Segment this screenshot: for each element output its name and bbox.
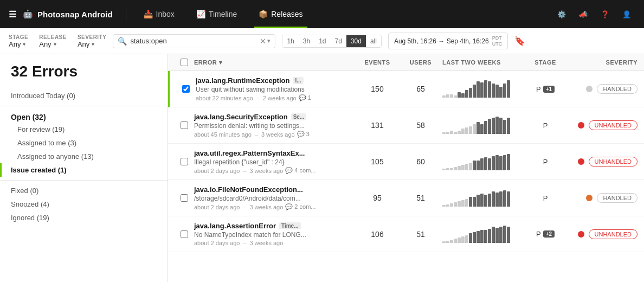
filter-bar: STAGE Any ▾ RELEASE Any ▾ SEVERITY Any ▾… [0,28,644,54]
search-clear-icon[interactable]: ✕ [260,37,266,46]
bar [495,85,499,98]
time-1h[interactable]: 1h [282,35,298,47]
release-dropdown-arrow: ▾ [54,41,56,47]
app-logo: ☰ 🤖 Photosnap Android [9,9,113,20]
table-row[interactable]: java.lang.RuntimeException I... User qui… [168,71,644,107]
stage-dropdown-arrow: ▾ [23,41,25,47]
time-30d[interactable]: 30d [346,35,366,47]
stage-cell: P [518,194,572,202]
row-4-checkbox[interactable] [181,194,188,202]
time-3h[interactable]: 3h [299,35,314,47]
error-info-cell: java.lang.SecurityException Se... Permis… [194,113,356,138]
bar [488,194,491,207]
account-button[interactable]: 👤 [618,5,635,23]
bar [488,229,491,243]
row-1-checkbox[interactable] [182,85,190,93]
main-layout: 32 Errors Introduced Today (0) Open (32)… [0,54,644,282]
events-cell: 105 [356,157,399,166]
sidebar-item-for-review[interactable]: For review (19) [0,123,168,136]
severity-dot [578,231,584,238]
bar [442,169,446,170]
sidebar-item-open[interactable]: Open (32) [0,110,168,123]
row-checkbox-cell [175,121,194,129]
search-dropdown-icon[interactable]: ▾ [267,37,271,44]
table-row[interactable]: java.lang.AssertionError Time... No Name… [168,216,644,252]
sidebar-item-issue-created[interactable]: Issue created (1) [0,163,168,177]
errors-table: ERROR ▾ EVENTS USERS LAST TWO WEEKS STAG… [168,54,644,282]
stage-cell: P [518,158,572,166]
error-title: java.lang.SecurityException Se... [194,113,356,121]
bar [492,118,495,134]
bar [499,227,503,243]
nav-releases[interactable]: 📦 Releases [254,8,307,21]
table-header: ERROR ▾ EVENTS USERS LAST TWO WEEKS STAG… [168,54,644,71]
severity-dot [578,158,584,165]
bar [450,168,453,170]
sidebar-item-assigned-to-anyone[interactable]: Assigned to anyone (13) [0,150,168,163]
bar [480,230,484,243]
announcements-button[interactable]: 📣 [575,5,592,23]
sidebar-item-introduced-today[interactable]: Introduced Today (0) [0,89,168,102]
sidebar-item-fixed[interactable]: Fixed (0) [0,184,168,197]
sparkline-chart [442,153,518,170]
table-row[interactable]: java.io.FileNotFoundException... /storag… [168,180,644,216]
header-error[interactable]: ERROR ▾ [194,59,356,66]
sidebar-item-assigned-to-me[interactable]: Assigned to me (3) [0,136,168,150]
bar [492,227,495,243]
time-1d[interactable]: 1d [314,35,330,47]
settings-button[interactable]: ⚙️ [553,5,570,23]
bar [465,90,468,98]
row-3-checkbox[interactable] [181,158,188,165]
bar [458,92,461,98]
search-icon: 🔍 [118,37,127,46]
users-cell: 60 [399,157,442,166]
chart-cell [442,117,518,134]
help-button[interactable]: ❓ [596,5,614,23]
hamburger-icon[interactable]: ☰ [9,9,16,20]
table-row[interactable]: java.util.regex.PatternSyntaxEx... Illeg… [168,144,644,180]
release-select[interactable]: Any ▾ [39,40,67,48]
bar [442,205,446,207]
stage-badge: +1 [543,86,555,93]
bar [454,132,457,134]
select-all-checkbox[interactable] [181,59,188,66]
severity-filter: SEVERITY Any ▾ [78,34,106,48]
bar [495,155,499,170]
bar [503,190,506,207]
stage-filter: STAGE Any ▾ [9,34,28,48]
nav-inbox[interactable]: 📥 Inbox [139,8,179,21]
bar [469,126,472,134]
time-all[interactable]: all [366,35,381,47]
time-7d[interactable]: 7d [331,35,346,47]
severity-select[interactable]: Any ▾ [78,40,106,48]
sidebar-item-ignored[interactable]: Ignored (19) [0,211,168,225]
nav-timeline[interactable]: 📈 Timeline [192,8,241,21]
row-5-checkbox[interactable] [181,230,188,238]
error-message: Illegal repetition {"user_id" : 24} [194,158,356,166]
bar [454,239,457,243]
time-filter-group: 1h 3h 1d 7d 30d all [282,35,381,48]
stage-select[interactable]: Any ▾ [9,40,28,48]
bar [469,163,472,170]
search-input[interactable] [130,37,257,45]
date-range-picker[interactable]: Aug 5th, 16:26 → Sep 4th, 16:26 PDTUTC [388,33,508,50]
bar [461,165,465,170]
bar [507,80,510,98]
bar [503,120,506,134]
chart-cell [442,80,518,98]
sidebar-item-snoozed[interactable]: Snoozed (4) [0,197,168,211]
truncate-badge: I... [293,77,303,84]
row-2-checkbox[interactable] [181,121,188,129]
search-box: 🔍 ✕ ▾ [113,34,275,48]
unhandled-badge: UNHANDLED [589,229,637,239]
bar [442,95,446,98]
bar [488,119,491,134]
truncate-badge: Se... [291,113,307,120]
error-info-cell: java.lang.AssertionError Time... No Name… [194,222,356,246]
stage-badge: +2 [543,230,555,238]
truncate-badge: Time... [279,222,301,229]
table-row[interactable]: java.lang.SecurityException Se... Permis… [168,107,644,144]
bookmark-button[interactable]: 🔖 [514,36,525,46]
events-cell: 106 [356,230,399,239]
severity-dot [586,86,593,92]
